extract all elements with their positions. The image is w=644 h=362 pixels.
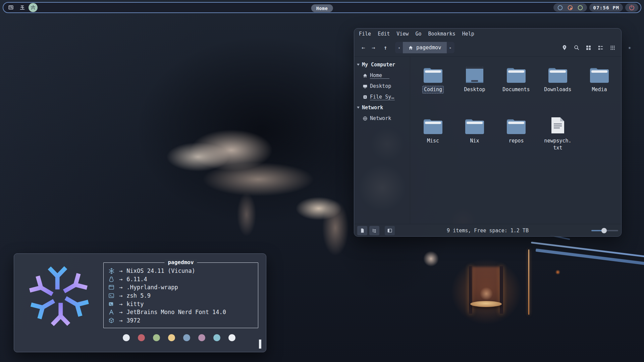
workspace-4[interactable] bbox=[6, 4, 16, 12]
packages-value: 3972 bbox=[126, 317, 140, 324]
menu-bar: File Edit View Go Bookmarks Help bbox=[354, 28, 621, 39]
list-view-button[interactable] bbox=[596, 43, 605, 52]
places-pane-button[interactable] bbox=[357, 226, 367, 235]
wallpaper-candle-dish bbox=[470, 301, 502, 307]
file-label: repos bbox=[507, 137, 525, 145]
search-icon bbox=[574, 45, 580, 51]
tree-pane-button[interactable] bbox=[369, 226, 379, 235]
filesystem-icon bbox=[363, 95, 368, 100]
package-cube-icon bbox=[108, 317, 114, 323]
nixos-logo bbox=[25, 262, 93, 330]
palette-dot bbox=[153, 334, 160, 341]
menu-edit[interactable]: Edit bbox=[374, 30, 393, 38]
path-scroll-left-icon[interactable]: ◂ bbox=[395, 42, 403, 53]
font-icon bbox=[108, 309, 114, 315]
network-globe-icon bbox=[363, 116, 368, 121]
file-item-Coding[interactable]: Coding bbox=[413, 61, 453, 113]
palette-dot bbox=[138, 334, 145, 341]
sidebar-section-my-computer[interactable]: My Computer bbox=[354, 59, 410, 70]
desktop-icon bbox=[363, 84, 368, 89]
fetch-row-shell: → zsh 5.9 bbox=[108, 292, 253, 300]
icon-view-button[interactable] bbox=[584, 43, 593, 52]
file-label: Misc bbox=[425, 137, 441, 145]
status-text: 9 items, Free space: 1.2 TB bbox=[447, 228, 529, 234]
toggle-sidebar-icon bbox=[387, 228, 392, 233]
workspace-glyph-four bbox=[8, 5, 14, 10]
location-button[interactable] bbox=[560, 43, 569, 52]
fetch-row-kernel: → 6.11.4 bbox=[108, 275, 253, 284]
file-item-Nix[interactable]: Nix bbox=[454, 113, 495, 164]
file-item-Media[interactable]: Media bbox=[579, 61, 620, 113]
fetch-title-username: pagedmov bbox=[164, 259, 197, 265]
zoom-slider[interactable] bbox=[591, 228, 618, 233]
file-item-Downloads[interactable]: Downloads bbox=[538, 61, 578, 113]
power-icon bbox=[629, 4, 635, 11]
file-item-Desktop[interactable]: Desktop bbox=[454, 61, 495, 113]
document-icon bbox=[360, 228, 365, 233]
sidebar-item-filesystem[interactable]: File Sy… bbox=[354, 92, 410, 102]
font-value: JetBrains Mono Nerd Font 14.0 bbox=[126, 309, 226, 315]
file-label: Nix bbox=[468, 137, 481, 145]
location-pin-icon bbox=[561, 45, 568, 51]
forward-button[interactable]: → bbox=[368, 43, 378, 53]
palette-dot bbox=[213, 334, 220, 341]
menu-go[interactable]: Go bbox=[412, 30, 425, 38]
back-button[interactable]: ← bbox=[358, 43, 368, 53]
sidebar-item-network[interactable]: Network bbox=[354, 113, 410, 124]
file-label: Documents bbox=[501, 86, 531, 94]
file-item-repos[interactable]: repos bbox=[496, 113, 536, 164]
palette-dot bbox=[123, 334, 130, 341]
file-item-Misc[interactable]: Misc bbox=[413, 113, 453, 164]
sidebar: My Computer Home Desktop bbox=[354, 57, 410, 224]
terminal-value: kitty bbox=[126, 301, 144, 307]
workspace-glyph-six bbox=[30, 5, 36, 10]
wm-value: .Hyprland-wrapp bbox=[126, 284, 178, 291]
fastfetch-output: pagedmov → NixOS 24.11 (Vicuna) → 6.11.4 bbox=[103, 258, 258, 347]
tray-green-circle-icon[interactable] bbox=[577, 5, 583, 11]
search-button[interactable] bbox=[572, 43, 581, 52]
tray-timer-icon[interactable] bbox=[567, 5, 573, 11]
workspace-6-active[interactable] bbox=[29, 3, 38, 12]
tray-blue-circle-icon[interactable] bbox=[557, 5, 563, 11]
sidebar-item-desktop[interactable]: Desktop bbox=[354, 81, 410, 92]
expander-icon bbox=[357, 64, 360, 66]
grid-view-icon bbox=[586, 45, 591, 51]
shell-value: zsh 5.9 bbox=[126, 292, 151, 299]
file-label: Desktop bbox=[462, 86, 487, 94]
home-icon bbox=[363, 73, 368, 78]
file-manager-window: File Edit View Go Bookmarks Help ← → ↑ ◂… bbox=[354, 28, 622, 237]
path-bar: ◂ pagedmov ▸ bbox=[395, 42, 454, 53]
path-scroll-right-icon[interactable]: ▸ bbox=[447, 42, 454, 53]
file-label: Downloads bbox=[542, 86, 573, 94]
wallpaper-lantern-bar bbox=[500, 266, 503, 314]
file-label: Coding bbox=[422, 86, 444, 94]
menu-file[interactable]: File bbox=[356, 30, 374, 38]
slider-handle[interactable] bbox=[601, 228, 607, 233]
desktop-folder-icon bbox=[465, 61, 484, 83]
kernel-icon bbox=[108, 276, 114, 282]
folder-icon bbox=[547, 61, 569, 83]
fetch-row-os: → NixOS 24.11 (Vicuna) bbox=[108, 267, 253, 275]
workspace-switcher bbox=[6, 3, 38, 12]
menu-help[interactable]: Help bbox=[459, 30, 478, 38]
power-button[interactable] bbox=[625, 3, 638, 12]
up-button[interactable]: ↑ bbox=[380, 43, 390, 53]
file-item-Documents[interactable]: Documents bbox=[496, 61, 536, 113]
folder-icon bbox=[422, 61, 444, 83]
terminal-window[interactable]: pagedmov → NixOS 24.11 (Vicuna) → 6.11.4 bbox=[14, 253, 266, 352]
menu-view[interactable]: View bbox=[393, 30, 412, 38]
palette-dot bbox=[198, 334, 205, 341]
menu-bookmarks[interactable]: Bookmarks bbox=[425, 30, 459, 38]
expander-icon bbox=[357, 107, 360, 109]
file-item-newpsych.txt[interactable]: newpsych.txt bbox=[538, 113, 578, 164]
compact-view-button[interactable] bbox=[608, 43, 617, 52]
palette-dot bbox=[183, 334, 190, 341]
sidebar-item-home[interactable]: Home bbox=[354, 70, 410, 81]
sidebar-section-network[interactable]: Network bbox=[354, 102, 410, 113]
toggle-sidebar-button[interactable] bbox=[385, 226, 395, 235]
nixos-icon bbox=[108, 268, 115, 274]
workspace-5[interactable] bbox=[17, 4, 27, 12]
compact-view-icon bbox=[610, 45, 615, 51]
path-tab-home[interactable]: pagedmov bbox=[403, 42, 447, 53]
active-window-title[interactable]: Home bbox=[311, 4, 333, 12]
